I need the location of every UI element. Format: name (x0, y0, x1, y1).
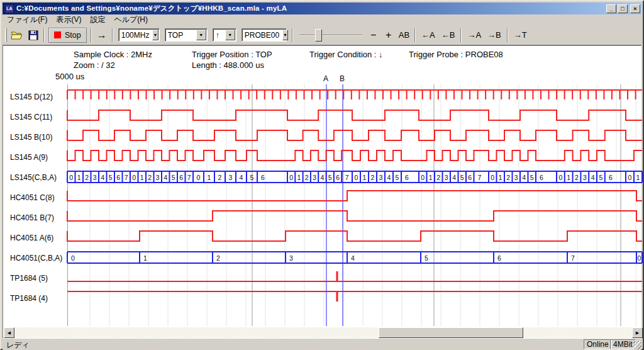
menu-view[interactable]: 表示(V) (52, 14, 86, 26)
open-folder-icon (11, 30, 23, 40)
zoom-out-button[interactable]: − (366, 28, 381, 43)
svg-text:0: 0 (421, 174, 425, 181)
toolbar-separator (460, 28, 462, 42)
trigger-position-value: TOP (165, 31, 196, 40)
goto-cursor-b-right-button[interactable]: →B (484, 28, 504, 43)
save-file-button[interactable] (26, 28, 41, 43)
svg-text:0: 0 (197, 174, 201, 181)
status-online-badge: Online (584, 339, 612, 349)
length-info: Length : 488.000 us (192, 60, 264, 70)
chevron-down-icon[interactable]: ▼ (152, 30, 158, 40)
svg-text:6: 6 (609, 174, 613, 181)
toolbar: Stop → 100MHz ▼ TOP ▼ ↑ ▼ PROBE00 ▼ − + … (3, 25, 641, 45)
scrollbar-thumb[interactable] (379, 327, 523, 338)
svg-text:4: 4 (240, 174, 243, 181)
svg-text:2: 2 (506, 174, 510, 181)
probe-combobox[interactable]: PROBE00 ▼ (242, 28, 287, 42)
scroll-right-arrow-icon[interactable]: ▶ (632, 327, 643, 338)
svg-text:1: 1 (143, 254, 147, 262)
svg-text:0: 0 (628, 174, 632, 181)
chevron-down-icon[interactable]: ▼ (282, 30, 288, 40)
open-file-button[interactable] (8, 28, 26, 43)
time-division-label: 5000 us (55, 72, 84, 81)
svg-text:6: 6 (179, 174, 183, 181)
svg-text:2: 2 (575, 174, 579, 181)
menu-bar: ファイル(F) 表示(V) 設定 ヘルプ(H) (3, 14, 641, 25)
trigger-position-info: Trigger Position : TOP (192, 50, 272, 59)
status-ready-text: レディ (6, 340, 30, 350)
svg-text:2: 2 (218, 174, 222, 181)
svg-text:5: 5 (599, 174, 602, 181)
svg-text:4: 4 (591, 174, 595, 181)
svg-text:4: 4 (320, 174, 324, 181)
menu-file[interactable]: ファイル(F) (3, 14, 52, 26)
sample-rate-combobox[interactable]: 100MHz ▼ (118, 28, 160, 42)
svg-text:6: 6 (540, 174, 543, 181)
svg-text:5: 5 (172, 174, 175, 181)
close-button[interactable]: × (630, 4, 640, 13)
svg-text:3: 3 (156, 174, 160, 181)
chevron-down-icon[interactable]: ▼ (225, 30, 235, 40)
svg-text:4: 4 (522, 174, 526, 181)
svg-text:2: 2 (371, 174, 375, 181)
ab-cursors-button[interactable]: AB (396, 28, 412, 43)
zoom-slider[interactable] (299, 28, 362, 42)
svg-text:3: 3 (289, 254, 293, 262)
svg-text:1: 1 (499, 174, 502, 181)
svg-text:1: 1 (363, 174, 367, 181)
svg-text:6: 6 (405, 174, 409, 181)
toolbar-separator (292, 28, 293, 42)
svg-text:1: 1 (429, 174, 433, 181)
trigger-edge-combobox[interactable]: ↑ ▼ (213, 28, 236, 42)
probe-value: PROBE00 (242, 31, 282, 40)
goto-trigger-button[interactable]: →T (511, 28, 530, 43)
zoom-info: Zoom : / 32 (74, 60, 115, 70)
toolbar-separator (507, 28, 508, 42)
maximize-button[interactable]: □ (618, 4, 628, 13)
title-bar[interactable]: LA C:¥Documents and Settings¥noname¥デスクト… (3, 3, 641, 14)
svg-text:4: 4 (351, 254, 355, 262)
goto-cursor-a-left-button[interactable]: ←A (418, 28, 438, 43)
chevron-down-icon[interactable]: ▼ (196, 30, 206, 40)
svg-text:4: 4 (387, 174, 391, 181)
menu-settings[interactable]: 設定 (86, 14, 109, 26)
svg-text:0: 0 (69, 174, 73, 181)
toolbar-separator (91, 28, 92, 42)
toolbar-grip (5, 28, 7, 42)
trigger-probe-info: Trigger Probe : PROBE08 (409, 50, 503, 59)
svg-text:0: 0 (71, 254, 75, 262)
toolbar-separator (112, 28, 113, 42)
status-bar: レディ Online 4MBit (3, 339, 641, 350)
svg-text:7: 7 (478, 174, 482, 181)
waveform-plot[interactable]: 0123456701234567012345601234567012345601… (1, 83, 644, 327)
minimize-button[interactable]: _ (606, 4, 616, 13)
scroll-left-arrow-icon[interactable]: ◀ (4, 327, 14, 338)
svg-text:3: 3 (379, 174, 383, 181)
svg-text:0: 0 (638, 254, 641, 262)
trigger-position-combobox[interactable]: TOP ▼ (165, 28, 208, 42)
svg-text:6: 6 (468, 174, 472, 181)
zoom-slider-handle[interactable] (315, 29, 322, 42)
floppy-disk-icon (28, 30, 38, 40)
stop-icon (54, 31, 61, 38)
app-icon: LA (5, 4, 14, 13)
resize-grip[interactable] (633, 341, 641, 349)
sample-rate-value: 100MHz (119, 31, 152, 40)
svg-text:5: 5 (109, 174, 113, 181)
svg-text:5: 5 (425, 254, 428, 262)
goto-cursor-b-left-button[interactable]: ←B (438, 28, 458, 43)
horizontal-scrollbar[interactable]: ◀ ▶ (4, 327, 643, 338)
run-button[interactable]: → (94, 28, 109, 43)
goto-cursor-a-right-button[interactable]: →A (464, 28, 484, 43)
svg-text:7: 7 (571, 254, 575, 262)
zoom-in-button[interactable]: + (381, 28, 396, 43)
svg-text:5: 5 (250, 174, 254, 181)
svg-text:7: 7 (125, 174, 128, 181)
trigger-edge-value: ↑ (213, 31, 225, 40)
svg-text:2: 2 (85, 174, 89, 181)
svg-text:3: 3 (229, 174, 233, 181)
menu-help[interactable]: ヘルプ(H) (109, 14, 152, 26)
svg-text:3: 3 (514, 174, 518, 181)
svg-text:1: 1 (297, 174, 301, 181)
stop-button[interactable]: Stop (48, 28, 87, 43)
